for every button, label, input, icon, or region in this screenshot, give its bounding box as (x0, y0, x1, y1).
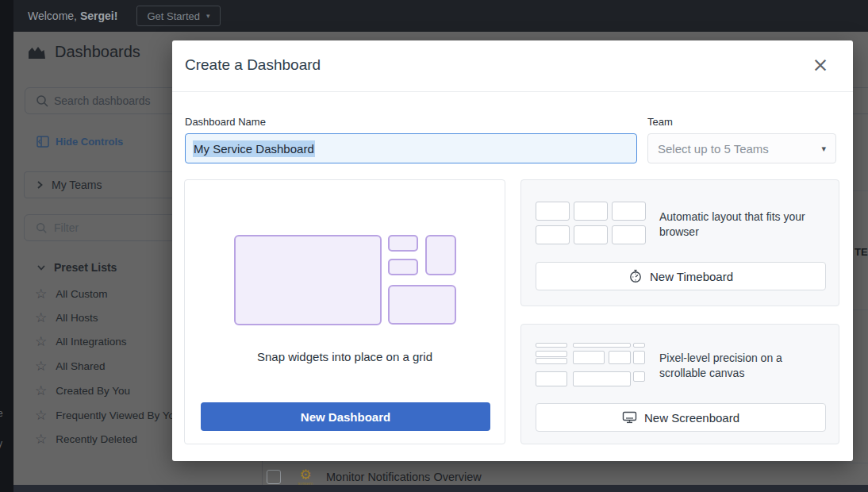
widget-illustration-tall (425, 235, 456, 275)
timeboard-illustration-box (536, 225, 570, 244)
new-screenboard-button[interactable]: New Screenboard (536, 403, 826, 432)
welcome-username: Sergei! (80, 10, 117, 22)
system-integration-icon: ⚙ system (294, 470, 317, 486)
preset-item-frequently-viewed[interactable]: ☆ Frequently Viewed By You (35, 406, 181, 424)
preset-item-all-hosts[interactable]: ☆ All Hosts (35, 309, 98, 326)
star-icon: ☆ (35, 311, 47, 325)
star-icon: ☆ (35, 359, 47, 373)
bottom-bar (13, 485, 868, 492)
preset-item-created-by-you[interactable]: ☆ Created By You (35, 382, 130, 399)
preset-item-recently-deleted[interactable]: ☆ Recently Deleted (35, 430, 137, 448)
screenboard-illustration-box (633, 343, 645, 348)
timeboard-illustration-box (536, 202, 570, 221)
stopwatch-icon (628, 269, 643, 283)
screenboard-illustration-box (573, 371, 631, 386)
chevron-down-icon: ▾ (821, 144, 826, 154)
star-icon: ☆ (35, 287, 47, 301)
widget-illustration-small (388, 235, 418, 252)
screenboard-illustration-box (536, 358, 567, 364)
get-started-button[interactable]: Get Started ▾ (136, 6, 221, 26)
timeboard-caption: Automatic layout that fits your browser (659, 209, 830, 240)
widget-illustration-small (388, 259, 418, 275)
preset-lists-toggle[interactable]: Preset Lists (36, 261, 117, 274)
teams-column-header: TE (855, 246, 868, 258)
top-bar: Welcome, Sergei! Get Started ▾ (13, 0, 868, 32)
timeboard-card: Automatic layout that fits your browser … (520, 179, 839, 306)
star-icon: ☆ (35, 432, 47, 446)
preset-item-label: Created By You (56, 385, 130, 397)
screenboard-illustration-box (633, 371, 645, 382)
timeboard-illustration-box (574, 225, 608, 244)
screenboard-illustration-box (573, 351, 605, 364)
dashboard-name-label: Dashboard Name (185, 116, 266, 128)
preset-item-label: All Integrations (56, 336, 126, 348)
new-screenboard-label: New Screenboard (644, 411, 739, 425)
left-nav-rail: e y (0, 0, 13, 492)
preset-item-all-integrations[interactable]: ☆ All Integrations (35, 332, 127, 350)
screenboard-illustration-box (536, 351, 567, 357)
table-row-divider (263, 463, 868, 463)
table-divider (853, 190, 868, 191)
team-select-placeholder: Select up to 5 Teams (658, 142, 821, 156)
monitor-icon (622, 411, 637, 424)
preset-lists-label: Preset Lists (54, 261, 117, 274)
timeboard-illustration-box (612, 225, 646, 244)
star-icon: ☆ (35, 335, 47, 348)
close-icon[interactable]: × (808, 52, 832, 79)
my-teams-label: My Teams (52, 179, 102, 191)
team-label: Team (647, 116, 673, 128)
preset-item-label: All Hosts (56, 312, 98, 324)
page-title: Dashboards (55, 43, 140, 61)
rail-clipped-text: y (0, 438, 2, 449)
welcome-prefix: Welcome, (28, 10, 80, 22)
table-divider (853, 309, 868, 310)
screenboard-illustration-box (536, 343, 567, 348)
preset-item-all-shared[interactable]: ☆ All Shared (35, 357, 106, 375)
screenboard-card: Pixel-level precision on a scrollable ca… (520, 324, 839, 444)
new-dashboard-button[interactable]: New Dashboard (201, 402, 490, 431)
chevron-down-icon (36, 263, 46, 271)
dashboard-row-title[interactable]: Monitor Notifications Overview (326, 471, 482, 483)
grid-card-caption: Snap widgets into place on a grid (185, 350, 505, 363)
new-timeboard-label: New Timeboard (650, 270, 733, 283)
preset-item-all-custom[interactable]: ☆ All Custom (35, 285, 108, 302)
hide-controls-label: Hide Controls (56, 136, 123, 148)
row-checkbox[interactable] (267, 470, 281, 484)
timeboard-illustration-box (612, 202, 646, 221)
chevron-down-icon: ▾ (206, 12, 210, 20)
preset-item-label: Recently Deleted (56, 433, 137, 445)
get-started-label: Get Started (147, 10, 199, 22)
gear-icon: ⚙ (294, 470, 317, 481)
page-header: Dashboards (27, 43, 140, 61)
widget-illustration-large (234, 235, 382, 325)
dashboards-chart-icon (27, 44, 47, 60)
rail-clipped-text: e (0, 408, 3, 419)
screenboard-illustration-box (536, 371, 567, 386)
app-screen: Welcome, Sergei! Get Started ▾ e y Dashb… (0, 0, 868, 492)
new-timeboard-button[interactable]: New Timeboard (536, 262, 826, 290)
widget-illustration-wide (388, 285, 456, 325)
modal-header: Create a Dashboard × (172, 40, 853, 92)
star-icon: ☆ (35, 409, 47, 422)
screenboard-illustration-box (609, 351, 631, 364)
hide-controls-button[interactable]: Hide Controls (36, 136, 123, 148)
preset-item-label: All Shared (56, 360, 105, 372)
welcome-text: Welcome, Sergei! (28, 10, 117, 22)
search-icon (36, 222, 48, 234)
collapse-panel-icon (36, 136, 49, 148)
search-icon (36, 94, 49, 108)
dashboard-name-input[interactable]: My Service Dashboard (185, 133, 637, 163)
dashboard-name-value: My Service Dashboard (193, 140, 315, 157)
screenboard-caption: Pixel-level precision on a scrollable ca… (659, 351, 806, 381)
screenboard-illustration-box (573, 343, 631, 348)
screenboard-illustration-box (633, 351, 645, 364)
chevron-right-icon (36, 180, 44, 190)
star-icon: ☆ (35, 384, 47, 398)
grid-dashboard-card: Snap widgets into place on a grid New Da… (184, 179, 505, 444)
modal-title: Create a Dashboard (185, 56, 321, 74)
preset-item-label: All Custom (56, 288, 107, 300)
create-dashboard-modal: Create a Dashboard × Dashboard Name My S… (172, 40, 853, 461)
team-select[interactable]: Select up to 5 Teams ▾ (647, 133, 836, 163)
preset-item-label: Frequently Viewed By You (56, 409, 180, 421)
timeboard-illustration-box (574, 202, 608, 221)
